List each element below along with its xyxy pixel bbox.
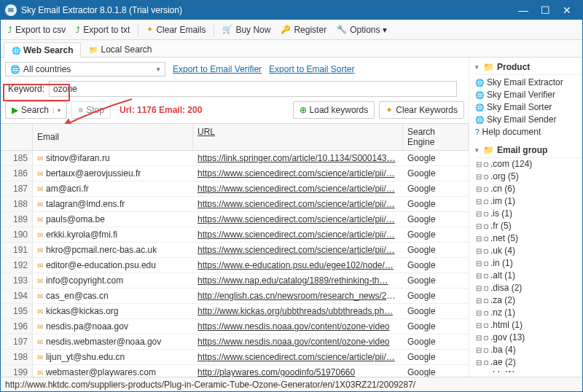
cell-engine: Google [403, 319, 469, 334]
group-node[interactable]: ⊟.is (1) [475, 208, 581, 220]
cell-url[interactable]: https://www.e-education.psu.edu/egee102/… [193, 258, 403, 273]
cell-url[interactable]: https://link.springer.com/article/10.113… [193, 151, 403, 165]
cell-url[interactable]: http://playwares.com/goodinfo/51970660 [193, 365, 403, 377]
table-row[interactable]: 197✉nesdis.webmaster@noaa.govhttps://www… [1, 334, 469, 350]
buy-now-button[interactable]: 🛒Buy Now [218, 23, 275, 37]
product-item[interactable]: 🌐Sky Email Sorter [475, 102, 581, 112]
cell-url[interactable]: http://english.cas.cn/newsroom/research_… [193, 289, 403, 303]
cell-url[interactable]: https://www.nesdis.noaa.gov/content/ozon… [193, 319, 403, 334]
product-item[interactable]: 🌐Sky Email Extractor [475, 77, 581, 87]
table-row[interactable]: 186✉bertaux@aerovjussieu.frhttps://www.s… [1, 166, 469, 181]
expand-icon[interactable]: ⊟ [475, 282, 482, 294]
maximize-button[interactable]: ☐ [534, 1, 556, 20]
expand-icon[interactable]: ⊟ [475, 344, 482, 356]
table-row[interactable]: 198✉lijun_yt@shu.edu.cnhttps://www.scien… [1, 350, 469, 365]
col-engine[interactable]: Search Engine [403, 124, 469, 150]
table-row[interactable]: 195✉kickas@kickas.orghttp://www.kickas.o… [1, 304, 469, 319]
minimize-button[interactable]: — [512, 1, 534, 20]
clear-emails-button[interactable]: ✦Clear Emails [142, 23, 210, 37]
table-row[interactable]: 188✉talagran@lmd.ens.frhttps://www.scien… [1, 197, 469, 212]
options-button[interactable]: 🔧Options▾ [332, 23, 391, 37]
cell-url[interactable]: https://www.sciencedirect.com/science/ar… [193, 243, 403, 257]
export-csv-button[interactable]: ⤴Export to csv [4, 23, 70, 37]
tab-local-search[interactable]: 📁Local Search [81, 42, 160, 57]
table-row[interactable]: 191✉hkro@pcmail.nerc-bas.ac.ukhttps://ww… [1, 243, 469, 258]
mail-icon: ✉ [37, 277, 43, 285]
expand-icon[interactable]: ⊟ [475, 208, 482, 220]
expand-icon[interactable]: ⊟ [475, 294, 482, 307]
product-item[interactable]: ?Help document [475, 127, 581, 137]
group-node[interactable]: ⊟.gov (13) [475, 332, 581, 344]
group-node[interactable]: ⊟.hk (1) [475, 369, 581, 372]
export-verifier-link[interactable]: Export to Email Verifier [173, 64, 262, 74]
group-node[interactable]: ⊟.ae (2) [475, 356, 581, 369]
product-item[interactable]: 🌐Sky Email Verifier [475, 90, 581, 100]
cell-url[interactable]: https://www.sciencedirect.com/science/ar… [193, 166, 403, 181]
group-node[interactable]: ⊟.za (2) [475, 294, 581, 307]
table-row[interactable]: 185✉sitnov@ifaran.ruhttps://link.springe… [1, 151, 469, 166]
table-row[interactable]: 192✉editor@e-education.psu.eduhttps://ww… [1, 258, 469, 273]
search-button[interactable]: ▶ Search ▾ [5, 101, 67, 119]
table-row[interactable]: 194✉cas_en@cas.cnhttp://english.cas.cn/n… [1, 289, 469, 304]
group-node[interactable]: ⊟.fr (5) [475, 220, 581, 232]
group-node[interactable]: ⊟.net (5) [475, 232, 581, 245]
cell-url[interactable]: https://www.sciencedirect.com/science/ar… [193, 212, 403, 227]
expand-icon[interactable]: ⊟ [475, 307, 482, 319]
clear-keywords-button[interactable]: ✦Clear Keywords [379, 101, 464, 119]
table-row[interactable]: 189✉pauls@oma.behttps://www.sciencedirec… [1, 212, 469, 227]
cell-url[interactable]: https://www.sciencedirect.com/science/ar… [193, 197, 403, 211]
expand-icon[interactable]: ⊟ [475, 257, 482, 270]
stop-button[interactable]: ■ Stop [71, 101, 111, 119]
cell-url[interactable]: https://www.sciencedirect.com/science/ar… [193, 227, 403, 242]
col-email[interactable]: Email [33, 124, 193, 150]
table-row[interactable]: 193✉info@copyright.comhttps://www.nap.ed… [1, 273, 469, 289]
expand-icon[interactable]: ⊟ [475, 183, 482, 195]
group-label: .ae (2) [490, 356, 516, 369]
group-node[interactable]: ⊟.im (1) [475, 195, 581, 208]
expand-icon[interactable]: ⊟ [475, 170, 482, 183]
expand-icon[interactable]: ⊟ [475, 195, 482, 208]
chevron-down-icon[interactable]: ▾ [475, 63, 479, 71]
group-node[interactable]: ⊟.disa (2) [475, 282, 581, 294]
table-row[interactable]: 196✉nesdis.pa@noaa.govhttps://www.nesdis… [1, 319, 469, 334]
cell-url[interactable]: https://www.nap.edu/catalog/1889/rethink… [193, 273, 403, 288]
table-row[interactable]: 190✉erkki.kyrola@fmi.fihttps://www.scien… [1, 227, 469, 243]
col-url[interactable]: URL [193, 124, 403, 150]
group-node[interactable]: ⊟.html (1) [475, 319, 581, 332]
group-node[interactable]: ⊟.ba (4) [475, 344, 581, 356]
expand-icon[interactable]: ⊟ [475, 220, 482, 232]
cell-url[interactable]: https://www.nesdis.noaa.gov/content/ozon… [193, 334, 403, 349]
expand-icon[interactable]: ⊟ [475, 356, 482, 369]
keyword-input[interactable] [49, 81, 457, 97]
expand-icon[interactable]: ⊟ [475, 245, 482, 257]
tab-web-search[interactable]: 🌐Web Search [4, 42, 81, 58]
expand-icon[interactable]: ⊟ [475, 332, 482, 344]
group-node[interactable]: ⊟.org (5) [475, 170, 581, 183]
group-node[interactable]: ⊟.cn (6) [475, 183, 581, 195]
export-txt-button[interactable]: ⤴Export to txt [71, 23, 134, 37]
cell-url[interactable]: http://www.kickas.org/ubbthreads/ubbthre… [193, 304, 403, 318]
group-node[interactable]: ⊟.nz (1) [475, 307, 581, 319]
chevron-down-icon[interactable]: ▾ [475, 146, 479, 154]
group-node[interactable]: ⊟.in (1) [475, 257, 581, 270]
register-button[interactable]: 🔑Register [276, 23, 331, 37]
group-node[interactable]: ⊟.com (124) [475, 158, 581, 170]
cell-url[interactable]: https://www.sciencedirect.com/science/ar… [193, 181, 403, 196]
results-grid[interactable]: Email URL Search Engine 185✉sitnov@ifara… [1, 123, 469, 377]
group-node[interactable]: ⊟.alt (1) [475, 270, 581, 282]
country-dropdown[interactable]: 🌐 All countries ▾ [5, 62, 165, 77]
expand-icon[interactable]: ⊟ [475, 270, 482, 282]
export-sorter-link[interactable]: Export to Email Sorter [269, 64, 354, 74]
expand-icon[interactable]: ⊟ [475, 158, 482, 170]
close-button[interactable]: ✕ [556, 1, 578, 20]
group-node[interactable]: ⊟.uk (4) [475, 245, 581, 257]
table-row[interactable]: 199✉webmaster@playwares.comhttp://playwa… [1, 365, 469, 377]
expand-icon[interactable]: ⊟ [475, 319, 482, 332]
filter-row: 🌐 All countries ▾ Export to Email Verifi… [1, 58, 469, 81]
load-keywords-button[interactable]: ⊕Load keywords [293, 101, 375, 119]
expand-icon[interactable]: ⊟ [475, 369, 482, 372]
cell-url[interactable]: https://www.sciencedirect.com/science/ar… [193, 350, 403, 364]
product-item[interactable]: 🌐Sky Email Sender [475, 114, 581, 125]
table-row[interactable]: 187✉am@acri.frhttps://www.sciencedirect.… [1, 181, 469, 197]
expand-icon[interactable]: ⊟ [475, 232, 482, 245]
